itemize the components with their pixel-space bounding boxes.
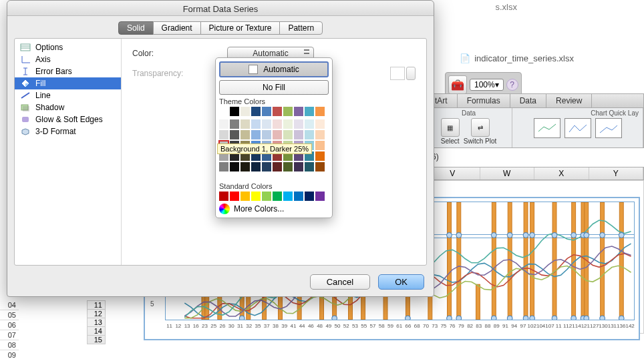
theme-swatch[interactable] [230, 130, 239, 139]
side-item-label: Axis [35, 55, 51, 64]
theme-swatch[interactable] [283, 162, 293, 171]
theme-swatch[interactable] [315, 162, 325, 171]
no-fill-option[interactable]: No Fill [219, 80, 329, 95]
theme-swatch[interactable] [305, 119, 314, 129]
standard-swatch[interactable] [240, 192, 250, 201]
standard-swatch[interactable] [305, 192, 314, 201]
standard-swatch[interactable] [251, 192, 261, 201]
cancel-button[interactable]: Cancel [310, 274, 370, 290]
theme-swatch[interactable] [230, 119, 239, 129]
tab-picture-texture[interactable]: Picture or Texture [200, 21, 281, 35]
color-picker-popover: Automatic No Fill Theme Colors Backgroun… [215, 57, 333, 218]
side-item-axis[interactable]: Axis [15, 53, 121, 65]
theme-swatch[interactable] [240, 119, 250, 129]
theme-swatch[interactable] [283, 130, 293, 139]
col-x[interactable]: X [534, 167, 589, 180]
tab-solid[interactable]: Solid [118, 21, 154, 35]
theme-swatch[interactable] [240, 130, 250, 139]
theme-swatch[interactable] [251, 162, 261, 171]
theme-swatch[interactable] [219, 119, 228, 129]
theme-swatch[interactable] [230, 107, 239, 116]
switch-plot-button[interactable]: ⇄ [471, 118, 490, 137]
row-num[interactable]: 12 [87, 309, 106, 318]
theme-swatch[interactable] [240, 107, 250, 116]
row-num[interactable]: 13 [87, 318, 106, 327]
standard-swatch[interactable] [283, 192, 293, 201]
tab-gradient[interactable]: Gradient [153, 21, 201, 35]
help-icon[interactable]: ? [506, 79, 518, 91]
row-num[interactable]: 08 [0, 340, 19, 350]
more-colors-option[interactable]: More Colors... [219, 204, 329, 214]
transparency-field[interactable] [390, 67, 405, 80]
x-tick: 31 [236, 323, 245, 334]
theme-swatch[interactable] [294, 107, 303, 116]
tab-formulas[interactable]: Formulas [458, 94, 510, 107]
theme-swatch[interactable] [315, 119, 325, 129]
row-num[interactable]: 09 [0, 350, 19, 359]
tab-data[interactable]: Data [510, 94, 546, 107]
toolbox-icon[interactable]: 🧰 [448, 75, 467, 94]
row-num[interactable]: 07 [0, 330, 19, 340]
tab-review[interactable]: Review [546, 94, 592, 107]
row-num[interactable]: 05 [0, 310, 19, 320]
row-num[interactable]: 06 [0, 320, 19, 330]
standard-swatch[interactable] [315, 192, 325, 201]
side-item-fill[interactable]: Fill [15, 77, 121, 89]
theme-swatch[interactable] [262, 107, 271, 116]
theme-swatch[interactable] [315, 141, 325, 150]
theme-swatch[interactable] [230, 162, 239, 171]
theme-swatch[interactable] [251, 107, 261, 116]
standard-swatch[interactable] [219, 192, 228, 201]
row-num[interactable]: 14 [87, 326, 106, 336]
tab-pattern[interactable]: Pattern [279, 21, 323, 35]
svg-rect-15 [448, 202, 452, 320]
theme-swatch[interactable] [294, 130, 303, 139]
theme-swatch[interactable] [251, 130, 261, 139]
theme-swatch[interactable] [273, 107, 282, 116]
theme-swatch[interactable] [305, 130, 314, 139]
theme-swatch[interactable] [315, 151, 325, 161]
theme-swatch[interactable] [262, 130, 271, 139]
col-w[interactable]: W [480, 167, 535, 180]
theme-swatch[interactable] [219, 130, 228, 139]
side-item-line[interactable]: Line [15, 89, 121, 101]
theme-swatch[interactable] [251, 119, 261, 129]
row-num[interactable]: 04 [0, 300, 19, 310]
select-button[interactable]: ▦ [441, 118, 460, 137]
chart-layout-3[interactable] [595, 118, 622, 138]
theme-swatch[interactable] [262, 119, 271, 129]
side-item-error-bars[interactable]: Error Bars [15, 65, 121, 77]
theme-swatch[interactable] [283, 107, 293, 116]
chart-layout-2[interactable] [565, 118, 591, 138]
theme-swatch[interactable] [315, 107, 325, 116]
standard-swatch[interactable] [262, 192, 271, 201]
theme-swatch[interactable] [262, 162, 271, 171]
side-item-3-d-format[interactable]: 3-D Format [15, 125, 121, 137]
side-item-shadow[interactable]: Shadow [15, 101, 121, 113]
ok-button[interactable]: OK [378, 274, 424, 290]
theme-swatch[interactable] [305, 162, 314, 171]
side-item-glow-soft-edges[interactable]: Glow & Soft Edges [15, 113, 121, 125]
zoom-dropdown[interactable]: 100% ▾ [470, 79, 504, 91]
col-y[interactable]: Y [589, 167, 644, 180]
theme-swatch[interactable] [273, 162, 282, 171]
row-num[interactable]: 11 [87, 300, 106, 310]
automatic-option[interactable]: Automatic [219, 61, 329, 77]
theme-swatch[interactable] [283, 119, 293, 129]
chart-layout-1[interactable] [534, 118, 560, 138]
side-item-options[interactable]: Options [15, 41, 121, 53]
theme-swatch[interactable] [294, 162, 303, 171]
standard-swatch[interactable] [273, 192, 282, 201]
theme-swatch[interactable] [219, 162, 228, 171]
theme-swatch[interactable] [273, 119, 282, 129]
standard-swatch[interactable] [294, 192, 303, 201]
theme-swatch[interactable] [294, 119, 303, 129]
theme-swatch[interactable] [305, 107, 314, 116]
theme-swatch[interactable] [219, 107, 228, 116]
theme-swatch[interactable] [273, 130, 282, 139]
theme-swatch[interactable] [240, 162, 250, 171]
standard-swatch[interactable] [230, 192, 239, 201]
row-num[interactable]: 15 [87, 335, 106, 344]
transparency-stepper[interactable] [406, 67, 416, 80]
theme-swatch[interactable] [315, 130, 325, 139]
